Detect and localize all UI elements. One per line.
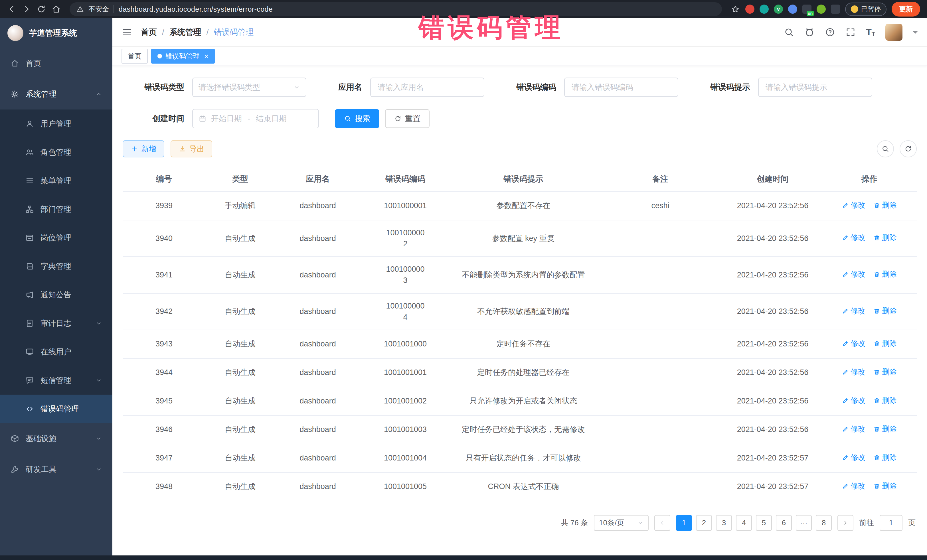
sidebar-item-dict[interactable]: 字典管理 xyxy=(0,252,112,281)
extension-icon-check[interactable]: v xyxy=(774,5,783,14)
error-code-input[interactable] xyxy=(564,77,678,97)
filter-row-2: 创建时间 开始日期 - 结束日期 搜索 重置 xyxy=(123,109,917,128)
app-window: 芋道管理系统 首页系统管理用户管理角色管理菜单管理部门管理岗位管理字典管理通知公… xyxy=(0,18,927,555)
page-button-6[interactable]: 6 xyxy=(776,515,792,531)
export-button-label: 导出 xyxy=(189,145,204,153)
error-msg-input[interactable] xyxy=(758,77,872,97)
prev-page-button[interactable] xyxy=(654,515,670,531)
edit-link[interactable]: 修改 xyxy=(842,424,865,434)
delete-link[interactable]: 删除 xyxy=(873,232,897,243)
forward-icon[interactable] xyxy=(22,4,31,14)
extension-icon-red[interactable] xyxy=(745,5,754,14)
extension-icon-leaf[interactable] xyxy=(817,5,826,14)
breadcrumb-system[interactable]: 系统管理 xyxy=(169,27,201,38)
toggle-search-icon[interactable] xyxy=(877,140,894,157)
font-size-icon[interactable] xyxy=(866,28,875,37)
back-icon[interactable] xyxy=(7,4,17,14)
sidebar-item-audit-log[interactable]: 审计日志 xyxy=(0,309,112,338)
edit-link[interactable]: 修改 xyxy=(842,200,865,211)
error-code-label: 错误码编码 xyxy=(516,82,556,93)
address-divider xyxy=(114,5,114,13)
url-text[interactable]: dashboard.yudao.iocoder.cn/system/error-… xyxy=(119,5,273,14)
reset-button[interactable]: 重置 xyxy=(385,109,430,128)
tab-home[interactable]: 首页 xyxy=(122,49,148,64)
delete-link[interactable]: 删除 xyxy=(873,424,897,434)
next-page-button[interactable] xyxy=(837,515,853,531)
add-button[interactable]: 新增 xyxy=(123,140,164,157)
edit-link[interactable]: 修改 xyxy=(842,338,865,349)
page-button-3[interactable]: 3 xyxy=(716,515,732,531)
export-button[interactable]: 导出 xyxy=(170,140,212,157)
page-button-4[interactable]: 4 xyxy=(736,515,752,531)
delete-link[interactable]: 删除 xyxy=(873,481,897,492)
header-search-icon[interactable] xyxy=(784,27,794,37)
breadcrumb-home[interactable]: 首页 xyxy=(141,27,157,38)
date-range-picker[interactable]: 开始日期 - 结束日期 xyxy=(192,109,319,128)
collapse-sidebar-icon[interactable] xyxy=(122,27,132,38)
paused-badge[interactable]: 已暂停 xyxy=(845,3,886,16)
page-ellipsis[interactable]: ··· xyxy=(796,515,812,531)
refresh-table-icon[interactable] xyxy=(900,140,917,157)
sidebar-item-dev-tool[interactable]: 研发工具 xyxy=(0,454,112,485)
github-icon[interactable] xyxy=(804,27,815,37)
page-size-select[interactable]: 10条/页 xyxy=(594,515,649,531)
extension-puzzle-icon[interactable] xyxy=(831,5,840,14)
edit-link[interactable]: 修改 xyxy=(842,367,865,378)
reload-icon[interactable] xyxy=(36,4,46,14)
row-type: 自动生成 xyxy=(205,220,275,256)
sidebar-item-notice[interactable]: 通知公告 xyxy=(0,281,112,309)
delete-link[interactable]: 删除 xyxy=(873,306,897,317)
page-button-8[interactable]: 8 xyxy=(816,515,832,531)
row-id: 3944 xyxy=(123,358,205,387)
delete-link[interactable]: 删除 xyxy=(873,269,897,280)
page-button-2[interactable]: 2 xyxy=(696,515,712,531)
delete-link[interactable]: 删除 xyxy=(873,452,897,463)
close-tab-icon[interactable]: × xyxy=(204,52,208,60)
sidebar-item-online-user[interactable]: 在线用户 xyxy=(0,338,112,366)
sidebar-item-label: 首页 xyxy=(26,58,41,68)
edit-link[interactable]: 修改 xyxy=(842,232,865,243)
bookmark-star-icon[interactable] xyxy=(731,4,740,14)
edit-link[interactable]: 修改 xyxy=(842,306,865,317)
sidebar-item-role[interactable]: 角色管理 xyxy=(0,138,112,167)
address-bar[interactable]: 不安全 dashboard.yudao.iocoder.cn/system/er… xyxy=(70,2,722,16)
user-avatar[interactable] xyxy=(885,24,903,41)
message-icon xyxy=(25,376,34,385)
update-button[interactable]: 更新 xyxy=(892,2,920,17)
tab-error-code[interactable]: 错误码管理 × xyxy=(151,49,215,64)
sidebar-item-post[interactable]: 岗位管理 xyxy=(0,223,112,252)
delete-link[interactable]: 删除 xyxy=(873,338,897,349)
page-button-1[interactable]: 1 xyxy=(676,515,692,531)
avatar-caret-down-icon[interactable] xyxy=(913,31,918,36)
edit-link[interactable]: 修改 xyxy=(842,269,865,280)
app-name-input[interactable] xyxy=(370,77,484,97)
sidebar-item-system[interactable]: 系统管理 xyxy=(0,79,112,109)
delete-link[interactable]: 删除 xyxy=(873,395,897,406)
browser-home-icon[interactable] xyxy=(51,4,61,14)
delete-link[interactable]: 删除 xyxy=(873,367,897,378)
sidebar-item-infra[interactable]: 基础设施 xyxy=(0,423,112,454)
sidebar-item-sms[interactable]: 短信管理 xyxy=(0,366,112,395)
sidebar-item-menu[interactable]: 菜单管理 xyxy=(0,167,112,195)
sidebar-item-home[interactable]: 首页 xyxy=(0,48,112,79)
delete-link[interactable]: 删除 xyxy=(873,200,897,211)
security-label[interactable]: 不安全 xyxy=(88,5,109,14)
table-row: 3939手动编辑dashboard1001000001参数配置不存在ceshi2… xyxy=(123,191,917,220)
goto-page-input[interactable] xyxy=(880,515,903,531)
extension-icon-teal[interactable] xyxy=(760,5,769,14)
error-type-select[interactable]: 请选择错误码类型 xyxy=(192,77,306,97)
fullscreen-icon[interactable] xyxy=(845,27,856,37)
search-button[interactable]: 搜索 xyxy=(335,109,379,128)
extension-icon-people[interactable] xyxy=(788,5,797,14)
edit-link[interactable]: 修改 xyxy=(842,395,865,406)
edit-link[interactable]: 修改 xyxy=(842,452,865,463)
sidebar-item-user[interactable]: 用户管理 xyxy=(0,109,112,138)
sidebar-item-dept[interactable]: 部门管理 xyxy=(0,195,112,223)
edit-link[interactable]: 修改 xyxy=(842,481,865,492)
help-question-icon[interactable] xyxy=(825,27,835,37)
page-button-5[interactable]: 5 xyxy=(756,515,772,531)
sidebar-item-error-code[interactable]: 错误码管理 xyxy=(0,395,112,423)
extension-icon-on-switch[interactable] xyxy=(802,5,812,14)
sidebar-logo[interactable]: 芋道管理系统 xyxy=(0,18,112,48)
page-buttons: 123456···8 xyxy=(676,515,832,531)
